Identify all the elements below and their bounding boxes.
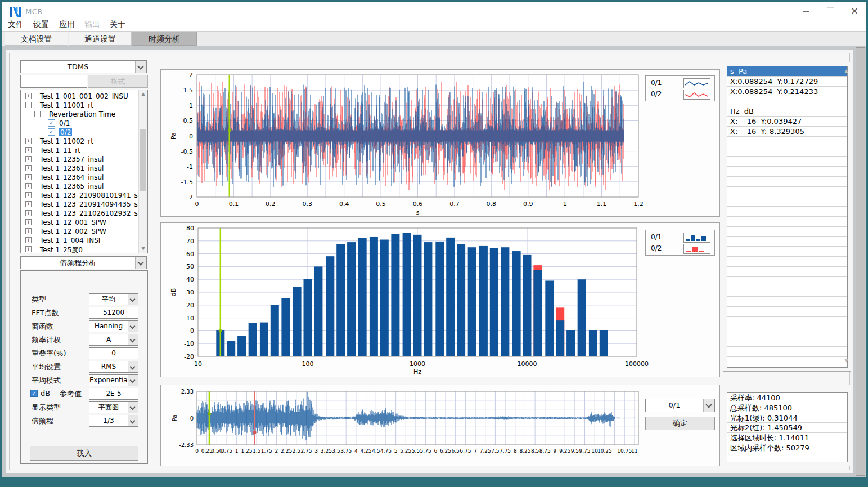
tree-item[interactable]: +Test 1_25度0: [21, 245, 136, 253]
svg-text:8.75: 8.75: [539, 448, 551, 454]
tree-item[interactable]: +Test 1_11002_rt: [21, 137, 136, 146]
tree-item[interactable]: +Test 1_12361_insul: [21, 164, 136, 173]
svg-text:1: 1: [563, 200, 567, 208]
svg-text:9.25: 9.25: [559, 448, 570, 454]
chevron-down-icon: [128, 402, 138, 413]
expand-plus-icon[interactable]: +: [25, 93, 32, 99]
scroll-up-icon[interactable]: ▲: [139, 91, 147, 96]
svg-text:9: 9: [554, 448, 557, 454]
filter-input[interactable]: [20, 75, 87, 88]
field-select[interactable]: RMS: [89, 361, 138, 373]
expand-plus-icon[interactable]: +: [25, 192, 32, 198]
readout-row: X: 16 Y:0.039427: [727, 117, 847, 127]
tree-item[interactable]: +Test 1_12364_insul: [21, 173, 136, 182]
tree-item-label: Test 1_123_210914094435_spw: [40, 200, 147, 208]
cursor-readout-list[interactable]: s PaX:0.088254 Y:0.172729X:0.088254 Y:0.…: [727, 66, 848, 368]
field-select[interactable]: Exponential: [89, 374, 138, 386]
collapse-minus-icon[interactable]: −: [34, 111, 41, 117]
expand-plus-icon[interactable]: +: [25, 237, 32, 243]
menu-item-3[interactable]: 应用: [59, 20, 75, 30]
bar-0-1: [391, 234, 399, 356]
tree-item[interactable]: +Test 1_123_210914094435_spw: [21, 200, 136, 209]
scroll-down-icon[interactable]: ▼: [139, 246, 147, 251]
svg-text:5: 5: [394, 448, 398, 454]
tree-item[interactable]: +Test 1_12365_insul: [21, 182, 136, 191]
checkbox-checked[interactable]: ✓: [48, 119, 55, 127]
readout-row: [727, 287, 847, 297]
bar-0-1: [490, 248, 498, 356]
tree-item[interactable]: +Test 1_11_rt: [21, 146, 136, 155]
field-select[interactable]: Hanning: [89, 320, 138, 332]
maximize-button[interactable]: [821, 6, 839, 17]
tree-item[interactable]: +Test 1_123_211026102932_spw: [21, 209, 136, 218]
tree-item[interactable]: +Test 1_123_210908101941_spw: [21, 191, 136, 200]
svg-text:2: 2: [189, 72, 193, 79]
tree-item[interactable]: ✓0/1: [21, 119, 136, 128]
tab-2[interactable]: 通道设置: [69, 32, 132, 46]
checkbox-checked[interactable]: ✓: [48, 128, 55, 136]
window-vertical-scrollbar[interactable]: [856, 47, 865, 476]
expand-plus-icon[interactable]: +: [25, 138, 32, 144]
scroll-down-icon[interactable]: ▼: [844, 358, 848, 363]
svg-text:5.25: 5.25: [400, 448, 411, 454]
tree-item[interactable]: −Reverberation Time: [21, 110, 136, 119]
tree-item[interactable]: +Test 1_12_001_SPW: [21, 218, 136, 227]
field-value: Hanning: [89, 321, 128, 332]
load-button[interactable]: 载入: [30, 446, 138, 461]
field-select[interactable]: A: [89, 334, 138, 346]
expand-plus-icon[interactable]: +: [25, 246, 32, 252]
expand-plus-icon[interactable]: +: [25, 228, 32, 234]
channel-select[interactable]: 0/1: [645, 399, 715, 412]
format-type-select[interactable]: TDMS: [20, 60, 147, 73]
expand-plus-icon[interactable]: +: [25, 201, 32, 207]
readout-row: [727, 146, 847, 157]
reference-value-input[interactable]: 2E-5: [89, 388, 138, 400]
file-tree[interactable]: +Test 1_001_001_002_INSU−Test 1_11001_rt…: [20, 90, 148, 253]
tree-item[interactable]: +Test 1_1_004_INSI: [21, 236, 136, 245]
spectrum-chart[interactable]: 80706050403020100-10-2010100100010000100…: [161, 223, 719, 377]
field-input[interactable]: 51200: [89, 307, 138, 319]
tree-item[interactable]: +Test 1_12_002_SPW: [21, 227, 136, 236]
expand-plus-icon[interactable]: +: [25, 165, 32, 171]
menu-item-2[interactable]: 设置: [33, 20, 49, 30]
scroll-up-icon[interactable]: ▲: [844, 68, 848, 74]
expand-plus-icon[interactable]: +: [25, 210, 32, 216]
field-select[interactable]: 1/3: [89, 415, 138, 427]
tree-item[interactable]: ✓0/2: [21, 128, 136, 137]
svg-text:9.5: 9.5: [571, 448, 579, 454]
tree-item[interactable]: +Test 1_001_001_002_INSU: [21, 92, 136, 101]
readout-row: [727, 167, 847, 177]
stats-panel-outer: 采样率: 44100总采样数: 485100光标1(绿): 0.31044光标2…: [723, 385, 851, 466]
field-value: 1/3: [89, 415, 128, 426]
bar-0-1: [293, 287, 302, 356]
collapse-minus-icon[interactable]: −: [25, 102, 32, 108]
expand-plus-icon[interactable]: +: [25, 174, 32, 180]
db-checkbox-checked[interactable]: ✓: [30, 390, 38, 397]
expand-plus-icon[interactable]: +: [25, 156, 32, 162]
expand-plus-icon[interactable]: +: [25, 147, 32, 153]
close-button[interactable]: ×: [845, 6, 863, 17]
expand-plus-icon[interactable]: +: [25, 183, 32, 189]
readout-row: [727, 327, 847, 337]
confirm-button[interactable]: 确定: [645, 417, 715, 430]
field-select[interactable]: 平均: [89, 293, 138, 305]
tree-scrollbar[interactable]: ▲▼: [138, 90, 147, 253]
tree-item[interactable]: −Test 1_11001_rt: [21, 101, 136, 110]
bar-0-1: [347, 242, 356, 356]
time-chart[interactable]: 21.510.50-0.5-1-1.5-200.10.20.30.40.50.6…: [161, 70, 719, 216]
svg-text:7: 7: [474, 448, 477, 454]
tab-3[interactable]: 时频分析: [132, 32, 197, 46]
tree-item[interactable]: +Test 1_12357_insul: [21, 155, 136, 164]
minimize-button[interactable]: [797, 6, 815, 17]
menu-item-1[interactable]: 文件: [8, 20, 24, 30]
expand-plus-icon[interactable]: +: [25, 219, 32, 225]
analysis-type-select[interactable]: 倍频程分析: [20, 256, 147, 269]
overview-chart[interactable]: 2.330-2.3300.250.500.7511.251.51.7522.25…: [161, 385, 719, 466]
legend-label: 0/1: [651, 233, 662, 241]
field-select[interactable]: 平面图: [89, 401, 138, 413]
tab-1[interactable]: 文档设置: [5, 32, 68, 46]
menu-item-5[interactable]: 关于: [110, 20, 125, 30]
field-input[interactable]: 0: [89, 347, 138, 359]
scrollbar-thumb[interactable]: [140, 129, 146, 191]
svg-text:0.6: 0.6: [413, 200, 423, 208]
